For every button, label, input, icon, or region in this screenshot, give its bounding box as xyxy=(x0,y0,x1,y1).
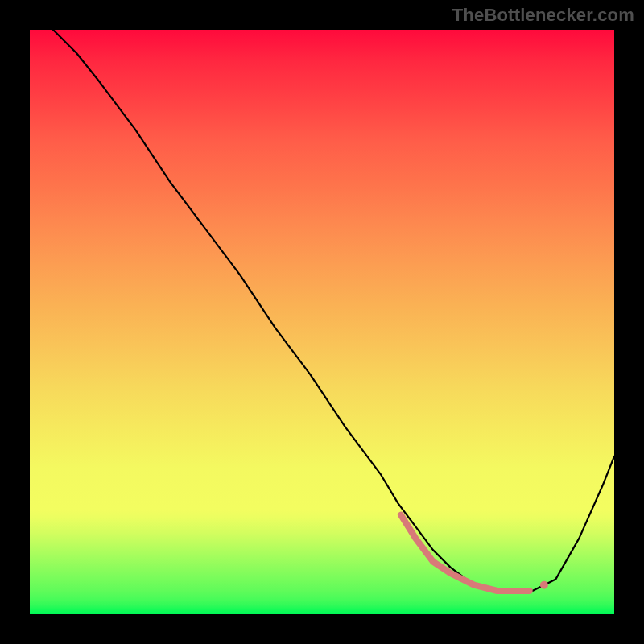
watermark-text: TheBottlenecker.com xyxy=(452,5,634,26)
bottleneck-curve xyxy=(53,30,614,591)
curve-layer xyxy=(30,30,614,614)
chart-frame: TheBottlenecker.com xyxy=(0,0,644,644)
basin-highlight xyxy=(401,515,530,591)
plot-area xyxy=(30,30,614,614)
basin-end-dot xyxy=(540,581,548,589)
